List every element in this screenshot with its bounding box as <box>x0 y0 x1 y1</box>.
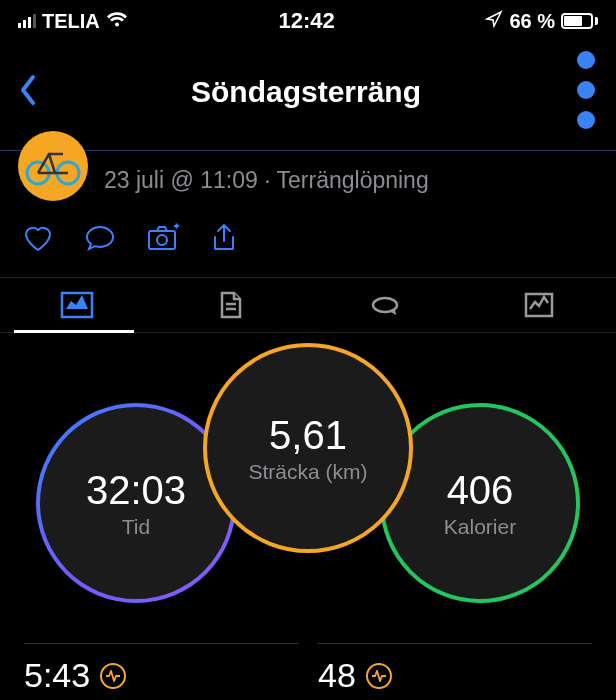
circle-distance: 5,61 Sträcka (km) <box>203 343 413 553</box>
svg-point-1 <box>577 81 595 99</box>
tab-stats[interactable] <box>0 291 154 319</box>
calories-value: 406 <box>447 468 514 513</box>
more-button[interactable] <box>574 48 598 136</box>
tab-notes[interactable] <box>154 290 308 320</box>
heart-icon <box>22 223 54 253</box>
clock: 12:42 <box>278 8 334 34</box>
tab-bar <box>0 277 616 333</box>
stat-pace: 5:43 Tempo (min/km) <box>24 643 298 700</box>
time-value: 32:03 <box>86 468 186 513</box>
page-title: Söndagsterräng <box>191 75 421 109</box>
status-right: 66 % <box>485 10 598 33</box>
battery-icon <box>561 13 598 29</box>
share-icon <box>210 223 238 255</box>
avatar[interactable] <box>18 131 88 201</box>
comment-icon <box>84 223 116 253</box>
signal-bars-icon <box>18 14 36 28</box>
battery-pct: 66 % <box>509 10 555 33</box>
activity-header: 23 juli @ 11:09 · Terränglöpning <box>0 151 616 219</box>
calories-label: Kalorier <box>444 515 516 539</box>
distance-label: Sträcka (km) <box>248 460 367 484</box>
wifi-icon <box>106 10 128 33</box>
svg-point-2 <box>577 111 595 129</box>
time-label: Tid <box>122 515 150 539</box>
photo-button[interactable] <box>146 223 180 259</box>
tab-laps[interactable] <box>308 292 462 318</box>
action-row <box>0 219 616 277</box>
back-button[interactable] <box>18 73 38 111</box>
nav-bar: Söndagsterräng <box>0 38 616 150</box>
svg-rect-5 <box>149 231 175 249</box>
tab-indicator <box>14 330 134 333</box>
carrier-label: TELIA <box>42 10 100 33</box>
stats-flag-icon <box>60 291 94 319</box>
chart-icon <box>523 291 555 319</box>
stat-ascent: 48 Totalt uppför (m) <box>318 643 592 700</box>
svg-point-6 <box>157 235 167 245</box>
share-button[interactable] <box>210 223 238 259</box>
svg-point-0 <box>577 51 595 69</box>
loop-icon <box>367 292 403 318</box>
more-vertical-icon <box>574 48 598 132</box>
camera-plus-icon <box>146 223 180 253</box>
stats-grid: 5:43 Tempo (min/km) 48 Totalt uppför (m) <box>0 633 616 700</box>
pulse-icon <box>366 663 392 689</box>
status-left: TELIA <box>18 10 128 33</box>
tab-chart[interactable] <box>462 291 616 319</box>
status-bar: TELIA 12:42 66 % <box>0 0 616 38</box>
distance-value: 5,61 <box>269 413 347 458</box>
activity-meta: 23 juli @ 11:09 · Terränglöpning <box>104 167 429 194</box>
document-icon <box>217 290 245 320</box>
pulse-icon <box>100 663 126 689</box>
chevron-left-icon <box>18 73 38 107</box>
bicycle-icon <box>25 146 81 186</box>
like-button[interactable] <box>22 223 54 259</box>
ascent-value: 48 <box>318 656 356 695</box>
location-icon <box>485 10 503 33</box>
comment-button[interactable] <box>84 223 116 259</box>
pace-value: 5:43 <box>24 656 90 695</box>
summary-circles: 32:03 Tid 406 Kalorier 5,61 Sträcka (km) <box>0 343 616 633</box>
